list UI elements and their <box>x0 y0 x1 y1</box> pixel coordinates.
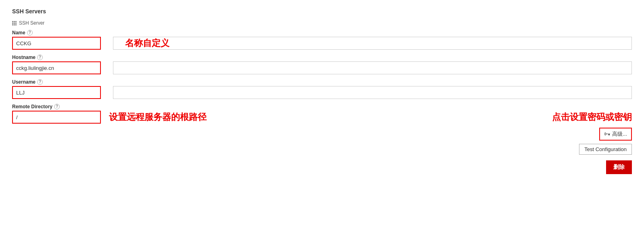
ssh-server-label: SSH Server <box>19 20 44 26</box>
name-field-group: Name ? 名称自定义 <box>12 30 632 50</box>
remote-directory-annotation-right: 点击设置密码或密钥 <box>552 111 632 123</box>
remote-directory-label: Remote Directory ? <box>12 104 632 109</box>
grid-icon <box>12 21 17 25</box>
buttons-area: 🗝 高级... Test Configuration 删除 <box>12 128 632 174</box>
remote-directory-annotations: 设置远程服务器的根路径 点击设置密码或密钥 <box>101 111 632 123</box>
hostname-help-icon[interactable]: ? <box>37 55 43 60</box>
section-title: SSH Servers <box>12 8 632 15</box>
username-annotation-input <box>113 86 632 99</box>
hostname-field-group: Hostname ? <box>12 55 632 74</box>
remote-directory-input[interactable] <box>12 111 101 124</box>
hostname-annotation-input <box>113 61 632 74</box>
hostname-input[interactable] <box>12 61 101 74</box>
key-icon: 🗝 <box>604 130 611 138</box>
advanced-button[interactable]: 🗝 高级... <box>599 128 632 141</box>
remote-directory-row: 设置远程服务器的根路径 点击设置密码或密钥 <box>12 111 632 124</box>
remote-directory-annotation-text: 设置远程服务器的根路径 <box>109 111 207 123</box>
username-label: Username ? <box>12 79 632 85</box>
username-input[interactable] <box>12 86 101 99</box>
delete-button[interactable]: 删除 <box>606 160 632 174</box>
hostname-label: Hostname ? <box>12 55 632 60</box>
name-annotation-text: 名称自定义 <box>125 37 169 49</box>
remote-directory-field-group: Remote Directory ? 设置远程服务器的根路径 点击设置密码或密钥 <box>12 104 632 124</box>
name-input-row: 名称自定义 <box>12 37 632 50</box>
ssh-server-header: SSH Server <box>12 20 632 26</box>
username-help-icon[interactable]: ? <box>37 79 43 85</box>
username-input-row <box>12 86 632 99</box>
name-label: Name ? <box>12 30 632 36</box>
advanced-button-label: 高级... <box>612 130 627 138</box>
name-annotation-input <box>113 37 632 50</box>
test-configuration-button[interactable]: Test Configuration <box>579 144 632 155</box>
username-field-group: Username ? <box>12 79 632 99</box>
hostname-input-row <box>12 61 632 74</box>
remote-directory-help-icon[interactable]: ? <box>54 104 60 109</box>
name-input[interactable] <box>12 37 101 50</box>
name-help-icon[interactable]: ? <box>27 30 33 36</box>
